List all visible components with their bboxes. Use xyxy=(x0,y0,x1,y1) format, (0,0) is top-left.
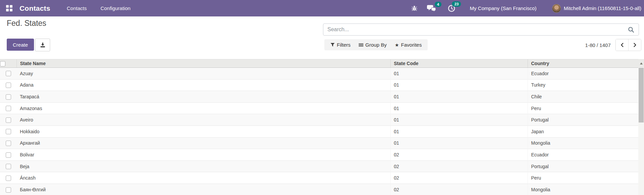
cell-country[interactable]: Peru xyxy=(528,102,638,114)
user-avatar[interactable] xyxy=(552,4,561,13)
cell-country[interactable]: Mongolia xyxy=(528,184,638,195)
messages-menu-button[interactable]: 4 xyxy=(427,5,436,12)
table-row[interactable]: Tarapacá 01 Chile xyxy=(0,91,638,103)
cell-country[interactable]: Japan xyxy=(528,126,638,137)
list-view: State Name State Code Country Azuay 01 E… xyxy=(0,59,644,195)
row-checkbox[interactable] xyxy=(6,71,11,76)
cell-state-name[interactable]: Adana xyxy=(16,79,390,91)
row-checkbox-cell xyxy=(0,126,16,137)
apps-grid-icon xyxy=(6,9,9,11)
table-row[interactable]: Amazonas 01 Peru xyxy=(0,102,638,114)
action-buttons: Create xyxy=(7,39,50,51)
cell-country[interactable]: Portugal xyxy=(528,114,638,126)
cell-state-name[interactable]: Amazonas xyxy=(16,102,390,114)
table-row[interactable]: Beja 02 Portugal xyxy=(0,160,638,172)
row-checkbox[interactable] xyxy=(6,141,11,146)
cell-state-code[interactable]: 01 xyxy=(390,137,528,149)
cell-state-name[interactable]: Bolivar xyxy=(16,149,390,161)
page-title: Fed. States xyxy=(7,19,46,28)
cell-state-name[interactable]: Hokkaido xyxy=(16,126,390,137)
cell-state-code[interactable]: 02 xyxy=(390,172,528,184)
create-button[interactable]: Create xyxy=(7,39,34,51)
export-button[interactable] xyxy=(35,39,50,51)
pager-previous-button[interactable] xyxy=(616,39,628,51)
funnel-icon xyxy=(330,43,335,47)
table-row[interactable]: Áncash 02 Peru xyxy=(0,172,638,184)
apps-grid-icon xyxy=(10,5,12,8)
pager-next-button[interactable] xyxy=(628,39,641,51)
table-row[interactable]: Архангай 01 Mongolia xyxy=(0,137,638,149)
row-checkbox[interactable] xyxy=(6,106,11,111)
table-row[interactable]: Баян-Өлгий 02 Mongolia xyxy=(0,184,638,195)
row-checkbox[interactable] xyxy=(6,164,11,169)
cell-country[interactable]: Ecuador xyxy=(528,149,638,161)
table-row[interactable]: Aveiro 01 Portugal xyxy=(0,114,638,126)
column-header-state-name[interactable]: State Name xyxy=(16,59,390,68)
column-header-state-code[interactable]: State Code xyxy=(390,59,528,68)
cell-state-code[interactable]: 02 xyxy=(390,160,528,172)
cell-state-code[interactable]: 01 xyxy=(390,91,528,103)
cell-state-code[interactable]: 01 xyxy=(390,102,528,114)
row-checkbox-cell xyxy=(0,114,16,126)
filters-button[interactable]: Filters xyxy=(326,39,355,50)
vertical-scrollbar xyxy=(638,59,644,195)
app-brand-title: Contacts xyxy=(20,4,50,12)
cell-country[interactable]: Mongolia xyxy=(528,137,638,149)
pager-buttons xyxy=(615,39,641,51)
table-row[interactable]: Bolivar 02 Ecuador xyxy=(0,149,638,161)
star-icon: ★ xyxy=(395,43,399,47)
group-by-bars-icon xyxy=(359,43,363,47)
search-input[interactable] xyxy=(323,27,628,33)
pager-range[interactable]: 1-80 / 1407 xyxy=(585,42,611,48)
favorites-button[interactable]: ★ Favorites xyxy=(391,39,426,50)
cell-state-code[interactable]: 01 xyxy=(390,79,528,91)
row-checkbox[interactable] xyxy=(6,94,11,100)
menu-configuration[interactable]: Configuration xyxy=(101,5,131,11)
row-checkbox[interactable] xyxy=(6,83,11,88)
cell-country[interactable]: Portugal xyxy=(528,160,638,172)
row-checkbox[interactable] xyxy=(6,117,11,123)
cell-state-code[interactable]: 01 xyxy=(390,126,528,137)
messages-count-badge: 4 xyxy=(435,2,441,7)
user-menu[interactable]: Mitchell Admin (11650811-15-0-all) xyxy=(564,5,641,11)
cell-state-code[interactable]: 01 xyxy=(390,68,528,80)
cell-state-name[interactable]: Azuay xyxy=(16,68,390,80)
row-checkbox[interactable] xyxy=(6,152,11,158)
table-row[interactable]: Azuay 01 Ecuador xyxy=(0,68,638,80)
cell-state-code[interactable]: 02 xyxy=(390,149,528,161)
group-by-button[interactable]: Group By xyxy=(355,39,391,50)
cell-state-name[interactable]: Баян-Өлгий xyxy=(16,184,390,195)
menu-contacts[interactable]: Contacts xyxy=(67,5,86,11)
cell-country[interactable]: Peru xyxy=(528,172,638,184)
search-icon[interactable] xyxy=(628,26,635,33)
debug-menu-button[interactable] xyxy=(411,5,418,11)
cell-state-code[interactable]: 01 xyxy=(390,114,528,126)
activities-menu-button[interactable]: 23 xyxy=(448,4,456,12)
odoo-contacts-window: Contacts Contacts Configuration xyxy=(0,0,644,195)
row-checkbox[interactable] xyxy=(6,129,11,134)
apps-grid-icon xyxy=(6,5,9,8)
column-header-country[interactable]: Country xyxy=(528,59,638,68)
cell-country[interactable]: Chile xyxy=(528,91,638,103)
row-checkbox[interactable] xyxy=(6,187,11,193)
row-checkbox-cell xyxy=(0,172,16,184)
cell-state-name[interactable]: Tarapacá xyxy=(16,91,390,103)
table-row[interactable]: Hokkaido 01 Japan xyxy=(0,126,638,137)
cell-country[interactable]: Ecuador xyxy=(528,68,638,80)
select-all-checkbox[interactable] xyxy=(0,61,5,66)
cell-state-name[interactable]: Архангай xyxy=(16,137,390,149)
cell-state-name[interactable]: Áncash xyxy=(16,172,390,184)
cell-state-name[interactable]: Aveiro xyxy=(16,114,390,126)
scrollbar-up-button[interactable] xyxy=(638,59,644,67)
row-checkbox-cell xyxy=(0,184,16,195)
company-switcher[interactable]: My Company (San Francisco) xyxy=(470,5,536,11)
table-row[interactable]: Adana 01 Turkey xyxy=(0,79,638,91)
apps-menu-button[interactable] xyxy=(6,5,12,11)
scrollbar-thumb[interactable] xyxy=(639,68,644,123)
search-bar xyxy=(323,23,639,36)
cell-country[interactable]: Turkey xyxy=(528,79,638,91)
cell-state-code[interactable]: 02 xyxy=(390,184,528,195)
cell-state-name[interactable]: Beja xyxy=(16,160,390,172)
row-checkbox-cell xyxy=(0,102,16,114)
row-checkbox[interactable] xyxy=(6,176,11,181)
